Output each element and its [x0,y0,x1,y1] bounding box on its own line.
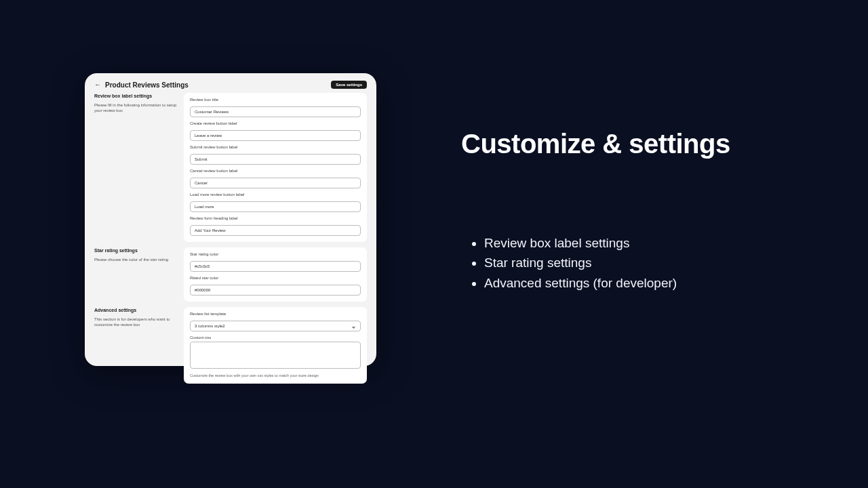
create-review-button-label-input[interactable] [190,130,361,141]
field-label: Submit review button label [190,145,361,149]
list-item: Review box label settings [484,233,814,253]
section-advanced: Advanced settings This section is for de… [94,307,367,384]
save-settings-button[interactable]: Save settings [331,81,367,89]
rated-star-color-input[interactable] [190,285,361,296]
section-help-text: This section is for developers who want … [94,317,177,327]
back-arrow-icon[interactable]: ← [94,81,101,88]
promo-block: Customize & settings Review box label se… [461,129,814,293]
field-label: Create review button label [190,121,361,125]
section-help-text: Please fill in the following information… [94,102,177,113]
field-label: Rated star color [190,276,361,280]
section-card: Review box title Create review button la… [184,93,367,242]
field-label: Review list template [190,312,361,316]
review-list-template-select[interactable]: 3 columns style2 [190,321,361,331]
custom-css-textarea[interactable] [190,342,361,369]
field-label: Cancel review button label [190,169,361,173]
section-heading: Review box label settings [94,94,177,98]
section-star-rating: Star rating settings Please choose the c… [94,247,367,302]
load-more-button-label-input[interactable] [190,201,361,212]
list-item: Advanced settings (for developer) [484,273,814,293]
field-label: Custom css [190,336,361,340]
section-sidebar: Advanced settings This section is for de… [94,307,177,384]
review-box-title-input[interactable] [190,106,361,117]
review-form-heading-input[interactable] [190,225,361,236]
section-card: Review list template 3 columns style2 Cu… [184,307,367,384]
field-label: Review box title [190,98,361,102]
promo-feature-list: Review box label settings Star rating se… [461,233,814,293]
star-rating-color-input[interactable] [190,261,361,272]
section-sidebar: Star rating settings Please choose the c… [94,247,177,302]
field-label: Star rating color [190,252,361,256]
list-item: Star rating settings [484,253,814,272]
section-heading: Advanced settings [94,308,177,312]
cancel-review-button-label-input[interactable] [190,178,361,188]
section-review-box: Review box label settings Please fill in… [94,93,367,242]
field-label: Load more review button label [190,192,361,197]
section-help-text: Please choose the color of the star rati… [94,257,177,262]
section-card: Star rating color Rated star color [184,247,367,302]
promo-title: Customize & settings [461,129,814,159]
field-label: Review form heading label [190,216,361,220]
section-sidebar: Review box label settings Please fill in… [94,93,177,242]
panel-header: ← Product Reviews Settings Save settings [94,81,367,89]
panel-title: Product Reviews Settings [105,81,327,89]
settings-panel: ← Product Reviews Settings Save settings… [85,73,376,366]
submit-review-button-label-input[interactable] [190,154,361,165]
section-heading: Star rating settings [94,248,177,253]
field-help-note: Customize the review box with your own c… [190,373,361,378]
